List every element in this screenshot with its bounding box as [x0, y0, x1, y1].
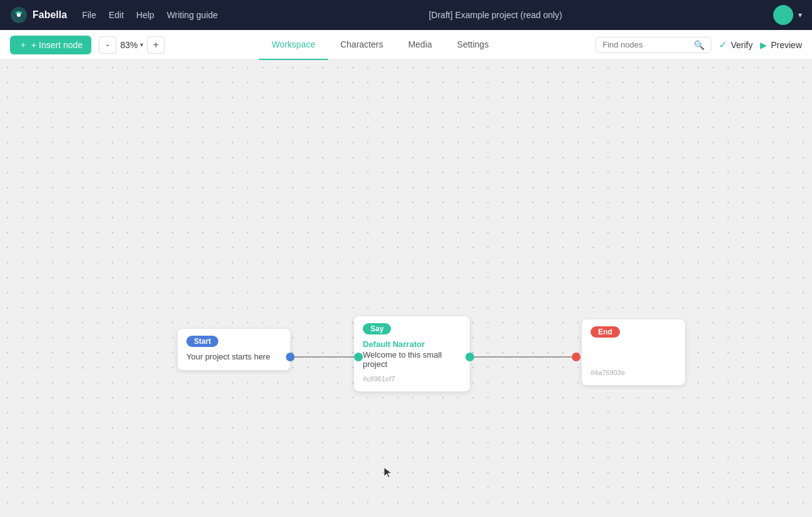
avatar[interactable]: [773, 5, 793, 25]
end-input-dot: [572, 353, 581, 361]
nav-links: File Edit Help Writing guide: [82, 10, 218, 20]
insert-node-icon: ＋: [19, 39, 28, 51]
svg-point-1: [17, 13, 21, 17]
start-text: Your project starts here: [186, 352, 282, 361]
tab-media[interactable]: Media: [395, 30, 444, 60]
logo-area[interactable]: Fabella: [10, 6, 67, 24]
insert-node-button[interactable]: ＋ + Insert node: [10, 36, 91, 54]
navbar: Fabella File Edit Help Writing guide [Dr…: [0, 0, 812, 30]
search-box[interactable]: 🔍: [596, 37, 711, 53]
tab-characters[interactable]: Characters: [328, 30, 395, 60]
zoom-minus-button[interactable]: -: [99, 36, 116, 54]
project-title: [Draft] Example project (read only): [233, 10, 758, 20]
say-node-id: #c8961ef7: [363, 375, 461, 383]
zoom-controls: - 83% ▾ +: [99, 36, 165, 54]
tab-workspace[interactable]: Workspace: [259, 30, 328, 60]
toolbar: ＋ + Insert node - 83% ▾ + Workspace Char…: [0, 30, 812, 60]
zoom-caret-icon: ▾: [140, 41, 143, 48]
preview-label: Preview: [771, 40, 802, 50]
start-node[interactable]: Start Your project starts here: [178, 329, 290, 370]
preview-button[interactable]: ▶ Preview: [760, 40, 802, 50]
nav-file[interactable]: File: [82, 10, 96, 20]
say-badge: Say: [363, 323, 391, 334]
tabs: Workspace Characters Media Settings: [172, 30, 588, 60]
cursor-icon: [383, 466, 393, 479]
nav-writing-guide[interactable]: Writing guide: [167, 10, 218, 20]
nav-help[interactable]: Help: [136, 10, 155, 20]
nav-edit[interactable]: Edit: [109, 10, 124, 20]
logo-icon: [10, 6, 28, 24]
user-area: ▾: [773, 5, 802, 25]
connector-lines: [0, 60, 812, 517]
canvas[interactable]: Start Your project starts here Say Defau…: [0, 60, 812, 517]
chevron-down-icon[interactable]: ▾: [798, 11, 802, 19]
verify-button[interactable]: ✓ Verify: [719, 39, 753, 51]
toolbar-right: 🔍 ✓ Verify ▶ Preview: [596, 37, 802, 53]
verify-label: Verify: [731, 40, 753, 50]
tab-settings[interactable]: Settings: [445, 30, 502, 60]
narrator-name: Default Narrator: [363, 339, 461, 349]
zoom-percent: 83%: [120, 40, 138, 50]
start-badge: Start: [186, 336, 218, 347]
search-icon: 🔍: [694, 40, 704, 50]
say-input-dot: [354, 353, 363, 361]
search-input[interactable]: [602, 40, 690, 49]
app-name: Fabella: [33, 9, 67, 21]
zoom-value-display[interactable]: 83% ▾: [120, 40, 143, 50]
end-badge: End: [591, 326, 620, 338]
end-node[interactable]: End #4a76903e: [582, 319, 685, 385]
verify-check-icon: ✓: [719, 39, 727, 51]
end-node-id: #4a76903e: [591, 369, 676, 376]
say-output-dot: [465, 353, 474, 361]
start-output-dot: [286, 353, 295, 361]
preview-play-icon: ▶: [760, 40, 767, 50]
zoom-plus-button[interactable]: +: [147, 36, 165, 54]
say-node[interactable]: Say Default Narrator Welcome to this sma…: [354, 316, 470, 391]
narrator-text: Welcome to this small project: [363, 350, 461, 369]
insert-node-label: + Insert node: [31, 40, 83, 50]
